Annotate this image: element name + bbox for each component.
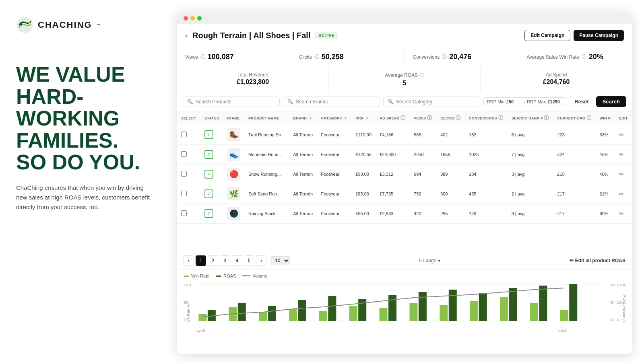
svg-rect-18 xyxy=(289,309,297,321)
minimize-dot[interactable] xyxy=(190,16,195,21)
status-check-icon: ✓ xyxy=(204,150,213,159)
page-size-select[interactable]: 10 25 50 xyxy=(270,256,290,265)
per-page-chevron[interactable]: ▾ xyxy=(438,258,440,263)
rev-total-value: £1,023,800 xyxy=(185,78,320,86)
svg-rect-16 xyxy=(259,312,267,321)
page-5-button[interactable]: 5 xyxy=(244,255,254,266)
page-2-button[interactable]: 2 xyxy=(208,255,218,266)
stat-clicks-label: Clicks xyxy=(299,54,312,60)
row-search-rank: 3 | avg xyxy=(508,165,553,184)
rev-roas: Average ROAS ⓘ 5 xyxy=(329,67,481,92)
table-row: ✓ 🌑 Raining Black... All Terrain Footwea… xyxy=(177,204,632,224)
row-clicks: 1856 xyxy=(436,145,465,165)
search-products-box: 🔍 xyxy=(183,97,280,107)
back-button[interactable]: ‹ xyxy=(185,31,188,40)
maximize-dot[interactable] xyxy=(197,16,202,21)
stat-views: Views ⓘ 100,087 xyxy=(177,47,291,67)
row-status: ✓ xyxy=(200,165,223,184)
edit-row-button[interactable]: ✏ xyxy=(619,151,624,158)
clicks-col-info-icon[interactable]: ⓘ xyxy=(456,115,460,121)
search-brands-input[interactable] xyxy=(296,99,376,105)
row-category: Footwear xyxy=(317,145,351,165)
search-brands-box: 🔍 xyxy=(283,97,380,107)
rrp-min-label: RRP Min xyxy=(487,99,505,104)
rrp-min-input[interactable] xyxy=(506,99,522,104)
col-status: STATUS xyxy=(200,111,223,125)
roas-info-icon[interactable]: ⓘ xyxy=(419,72,424,78)
app-content: ‹ Rough Terrain | All Shoes | Fall ACTIV… xyxy=(177,24,632,354)
col-product-name: PRODUCT NAME xyxy=(244,111,289,125)
search-products-input[interactable] xyxy=(196,99,275,105)
category-sort-icon[interactable]: ▼ xyxy=(344,117,347,120)
edit-all-roas-button[interactable]: ✏ Edit all product ROAS xyxy=(570,258,625,263)
conv-col-info-icon[interactable]: ⓘ xyxy=(498,115,503,121)
clicks-info-icon[interactable]: ⓘ xyxy=(314,53,319,60)
rrp-sort-icon[interactable]: ▼ xyxy=(365,117,369,120)
col-image: IMAGE xyxy=(223,111,244,125)
edit-row-button[interactable]: ✏ xyxy=(619,191,624,197)
svg-text:10 | 20k: 10 | 20k xyxy=(611,283,625,287)
brand-sort-icon[interactable]: ▼ xyxy=(309,117,312,120)
top-bar: ‹ Rough Terrain | All Shoes | Fall ACTIV… xyxy=(177,24,632,47)
conversions-info-icon[interactable]: ⓘ xyxy=(442,53,447,60)
row-clicks: 600 xyxy=(436,184,465,204)
row-checkbox[interactable] xyxy=(181,151,187,157)
close-dot[interactable] xyxy=(184,16,188,21)
campaign-title: Rough Terrain | All Shoes | Fall xyxy=(192,31,310,40)
rank-col-info-icon[interactable]: ⓘ xyxy=(544,115,549,121)
reset-button[interactable]: Reset xyxy=(570,97,592,107)
page-4-button[interactable]: 4 xyxy=(232,255,242,266)
svg-rect-33 xyxy=(509,288,517,321)
stat-clicks-value: 50,258 xyxy=(322,53,344,61)
row-rrp: £85.00 xyxy=(351,204,376,224)
row-ad-spend: £3,312 xyxy=(376,165,410,184)
svg-rect-12 xyxy=(198,314,206,321)
edit-campaign-button[interactable]: Edit Campaign xyxy=(524,30,570,41)
row-checkbox[interactable] xyxy=(181,171,187,177)
row-win-rate: 40% xyxy=(596,165,615,184)
edit-row-button[interactable]: ✏ xyxy=(619,132,624,138)
edit-row-button[interactable]: ✏ xyxy=(619,210,624,217)
row-conversions: 1025 xyxy=(465,145,508,165)
search-category-input[interactable] xyxy=(396,99,476,105)
stat-conversions-value: 20,476 xyxy=(449,53,471,61)
row-rrp: £119.00 xyxy=(351,125,376,145)
row-image: 🔴 xyxy=(223,165,244,184)
svg-rect-30 xyxy=(470,301,478,321)
page-3-button[interactable]: 3 xyxy=(220,255,230,266)
svg-rect-19 xyxy=(298,300,306,321)
prev-page-button[interactable]: ‹ xyxy=(184,255,194,266)
views-info-icon[interactable]: ⓘ xyxy=(200,53,205,60)
row-product-name: Soft Sand Run... xyxy=(244,184,289,204)
row-current-cpo: £23 xyxy=(553,125,595,145)
row-ad-spend: £4,186 xyxy=(376,125,410,145)
row-checkbox[interactable] xyxy=(181,132,187,137)
adspend-info-icon[interactable]: ⓘ xyxy=(400,115,405,121)
cpo-col-info-icon[interactable]: ⓘ xyxy=(586,115,591,121)
row-ad-spend: £7,735 xyxy=(376,184,410,204)
edit-row-button[interactable]: ✏ xyxy=(619,171,624,177)
pause-campaign-button[interactable]: Pause Campaign xyxy=(574,30,624,41)
views-col-info-icon[interactable]: ⓘ xyxy=(427,115,432,121)
svg-text:April: April xyxy=(196,329,205,333)
filter-row: 🔍 🔍 🔍 RRP Min - RRP Max xyxy=(177,92,632,111)
row-current-cpo: £17 xyxy=(553,184,595,204)
svg-rect-35 xyxy=(539,286,547,321)
rrp-max-input[interactable] xyxy=(547,99,564,104)
svg-rect-24 xyxy=(380,308,388,321)
next-page-button[interactable]: › xyxy=(256,255,266,266)
page-1-button[interactable]: 1 xyxy=(196,255,206,266)
win-rate-info-icon[interactable]: ⓘ xyxy=(582,53,586,60)
rev-roas-value: 5 xyxy=(337,80,472,87)
volume-legend-label: Volume xyxy=(252,274,267,278)
col-category: CATEGORY ▼ xyxy=(317,111,351,125)
search-products-icon: 🔍 xyxy=(187,99,193,105)
svg-rect-22 xyxy=(349,306,357,321)
status-check-icon: ✓ xyxy=(204,130,213,139)
status-check-icon: ✓ xyxy=(204,189,213,198)
row-rrp: £120.56 xyxy=(351,145,376,165)
roas-legend-dot xyxy=(216,276,221,277)
row-checkbox[interactable] xyxy=(181,210,187,216)
search-button[interactable]: Search xyxy=(596,96,626,107)
row-checkbox[interactable] xyxy=(181,191,187,196)
